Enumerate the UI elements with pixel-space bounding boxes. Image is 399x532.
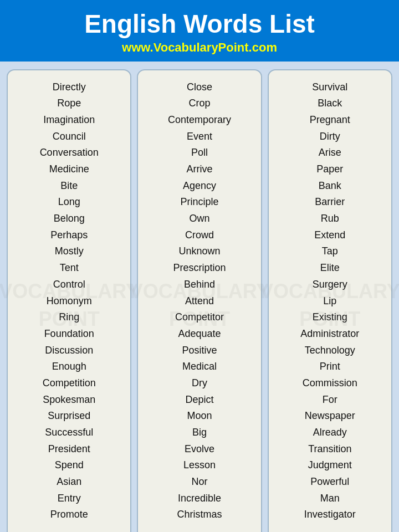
list-item: Depict <box>185 392 213 408</box>
list-item: For <box>323 392 337 408</box>
list-item: Black <box>318 95 342 112</box>
list-item: Bank <box>319 178 341 195</box>
list-item: Event <box>187 129 212 145</box>
list-item: Belong <box>54 211 85 227</box>
column-1: VOCABULARYPOINTDirectlyRopeImaginationCo… <box>7 69 131 532</box>
list-item: Christmas <box>177 507 222 523</box>
list-item: Newspaper <box>305 408 355 424</box>
list-item: Imagination <box>43 112 95 129</box>
list-item: Technology <box>305 342 355 359</box>
list-item: Medical <box>182 359 217 375</box>
column-3: VOCABULARYPOINTSurvivalBlackPregnantDirt… <box>268 69 392 532</box>
header-title: English Words List <box>11 10 388 38</box>
list-item: Dry <box>192 375 207 392</box>
list-item: Successful <box>45 424 93 441</box>
list-item: Investigator <box>304 507 356 523</box>
list-item: Discussion <box>45 342 93 359</box>
list-item: Adequate <box>178 326 221 342</box>
list-item: Pregnant <box>310 112 350 129</box>
list-item: Agency <box>183 178 216 195</box>
list-item: Rub <box>321 211 339 227</box>
list-item: Prescription <box>173 260 226 277</box>
list-item: Foundation <box>44 326 94 342</box>
list-item: Perhaps <box>50 227 88 244</box>
list-item: Paper <box>316 161 343 178</box>
list-item: Conversation <box>40 145 99 161</box>
list-item: Promote <box>50 507 88 523</box>
list-item: Extend <box>314 227 345 244</box>
list-item: Transition <box>308 441 351 458</box>
list-item: Rope <box>57 95 81 112</box>
list-item: Bite <box>60 178 78 195</box>
list-item: Powerful <box>310 474 349 490</box>
list-item: Lesson <box>183 457 216 474</box>
list-item: Own <box>189 211 209 227</box>
list-item: Positive <box>182 342 217 359</box>
list-item: Control <box>53 277 85 293</box>
list-item: Mostly <box>55 243 84 260</box>
list-item: Lip <box>323 293 336 310</box>
list-item: Big <box>192 424 207 441</box>
list-item: Behind <box>184 277 215 293</box>
list-item: Surprised <box>48 408 90 424</box>
list-item: Moon <box>187 408 212 424</box>
list-item: Elite <box>320 260 340 277</box>
content-area: VOCABULARYPOINTDirectlyRopeImaginationCo… <box>0 62 399 532</box>
list-item: Competition <box>43 375 96 392</box>
list-item: Directly <box>53 79 86 96</box>
list-item: Contemporary <box>168 112 231 129</box>
list-item: Competitor <box>175 309 224 326</box>
list-item: Enough <box>52 359 86 375</box>
list-item: Close <box>187 79 212 96</box>
list-item: Crowd <box>185 227 214 244</box>
column-2: VOCABULARYPOINTCloseCropContemporaryEven… <box>137 69 262 532</box>
list-item: Poll <box>191 145 208 161</box>
list-item: Print <box>320 359 340 375</box>
list-item: Surgery <box>313 277 347 293</box>
list-item: Spend <box>55 457 84 474</box>
list-item: Evolve <box>185 441 214 458</box>
list-item: Commission <box>303 375 357 392</box>
list-item: Asian <box>57 474 81 490</box>
list-item: Medicine <box>49 161 89 178</box>
list-item: Survival <box>312 79 347 96</box>
header: English Words List www.VocabularyPoint.c… <box>0 0 399 62</box>
list-item: Judgment <box>308 457 352 474</box>
list-item: Homonym <box>47 293 92 310</box>
list-item: Tent <box>60 260 79 277</box>
list-item: Council <box>53 129 86 145</box>
header-url: www.VocabularyPoint.com <box>11 40 388 55</box>
list-item: Arrive <box>186 161 212 178</box>
list-item: Existing <box>313 309 347 326</box>
list-item: Man <box>320 490 340 507</box>
list-item: Administrator <box>300 326 359 342</box>
list-item: President <box>48 441 90 458</box>
list-item: Incredible <box>178 490 221 507</box>
list-item: Ring <box>59 309 79 326</box>
list-item: Already <box>313 424 347 441</box>
list-item: Attend <box>185 293 214 310</box>
list-item: Nor <box>191 474 207 490</box>
list-item: Entry <box>58 490 81 507</box>
list-item: Barrier <box>315 194 345 211</box>
list-item: Arise <box>319 145 341 161</box>
list-item: Crop <box>188 95 210 112</box>
list-item: Long <box>58 194 80 211</box>
list-item: Spokesman <box>43 392 95 408</box>
list-item: Tap <box>322 243 338 260</box>
list-item: Unknown <box>178 243 220 260</box>
list-item: Dirty <box>320 129 340 145</box>
list-item: Principle <box>180 194 218 211</box>
